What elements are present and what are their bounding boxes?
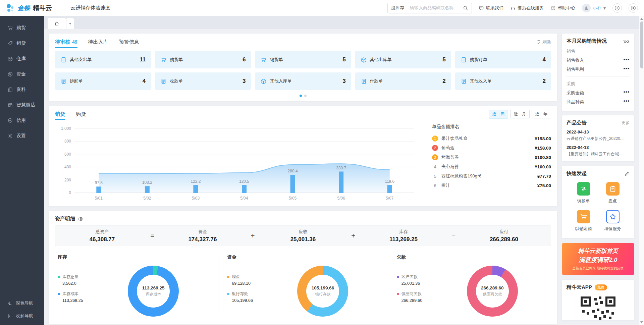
refresh-button[interactable]: 刷新: [536, 39, 551, 45]
scroll-up-arrow[interactable]: [640, 18, 643, 20]
more-link[interactable]: 更多: [622, 120, 630, 126]
quick-action-transfer[interactable]: 调拨单: [571, 182, 596, 204]
search-divider: [407, 5, 407, 11]
svg-text:1,000: 1,000: [61, 126, 71, 131]
pencil-icon[interactable]: [624, 171, 630, 176]
announcement-item[interactable]: 2022-04-13 【重要通知】精斗云工作台城...: [567, 145, 630, 157]
range-week-button[interactable]: 近一周: [489, 110, 508, 118]
todo-tile-receipt[interactable]: 收款单 3: [155, 72, 251, 90]
todo-tile-disassembly[interactable]: 拆卸单 4: [55, 72, 151, 90]
tab-warning-info[interactable]: 预警信息: [119, 34, 139, 50]
collapse-nav-button[interactable]: 收起导航: [0, 310, 44, 322]
survey-banner[interactable]: 精斗云新版首页 满意度调研2.0 全新首页已到来 期待收到您的反馈: [562, 243, 634, 275]
quick-action-value-added[interactable]: 增值服务: [600, 210, 626, 232]
masked-value: ***: [624, 90, 630, 95]
legend-item: 客户欠款 25,001.36: [397, 274, 436, 286]
tab-home[interactable]: [48, 18, 66, 29]
sidebar-item-sales[interactable]: 销货: [0, 36, 44, 51]
sidebar-item-credit[interactable]: 信用: [0, 113, 44, 128]
todo-tile-grid: 其他支出单 11 购货单 6 销货单 5: [49, 50, 557, 91]
announcement-item[interactable]: 2022-04-13 云进销存产品更新公告_20220...: [567, 129, 630, 142]
user-menu[interactable]: 小乔 ▾: [582, 4, 606, 12]
tab-dropdown-button[interactable]: ▾: [66, 18, 74, 29]
sidebar-item-data[interactable]: 资料: [0, 82, 44, 97]
announcements-title: 产品公告: [567, 120, 587, 126]
announcements-card: 产品公告 更多 2022-04-13 云进销存产品更新公告_20220... 2…: [562, 115, 634, 161]
rank-row[interactable]: 5 西红柿意粉酱190g*6 ¥77.70: [432, 171, 551, 181]
sidebar-item-purchase[interactable]: 购货: [0, 20, 44, 36]
todo-tile-purchase-request[interactable]: 购货订单 4: [455, 51, 551, 68]
eye-icon[interactable]: [78, 216, 84, 222]
sidebar-item-warehouse[interactable]: 仓库: [0, 51, 44, 66]
todo-tile-other-inbound[interactable]: 其他入库单 3: [255, 72, 351, 90]
todo-tile-purchase-order[interactable]: 购货单 6: [155, 51, 251, 68]
feedback-button[interactable]: [629, 3, 638, 13]
home-icon: [54, 21, 59, 26]
glasses-icon[interactable]: [623, 38, 630, 44]
sidebar-item-settings[interactable]: 设置: [0, 128, 44, 144]
page-dot-1[interactable]: [300, 95, 302, 97]
tab-pending-inout[interactable]: 待出入库: [88, 34, 108, 50]
tab-pending-audit[interactable]: 待审核 49: [55, 34, 77, 50]
tag-icon: [7, 41, 13, 46]
rank-row[interactable]: 3 烤海苔卷 ¥100.80: [432, 153, 551, 162]
brand-logo[interactable]: 金蝶 精斗云: [6, 4, 56, 12]
account-title: 云进销存体验账套: [70, 5, 111, 11]
range-month-button[interactable]: 近一月: [510, 110, 530, 118]
files-icon: [7, 87, 13, 93]
question-icon: [550, 5, 556, 11]
rank-row[interactable]: 1 果汁饮品礼盒 ¥198.00: [432, 134, 551, 143]
side-navigation: 购货 销货 仓库 资金 资料 智慧微店 信用 设置: [0, 16, 44, 325]
kingdee-logo-icon: [6, 4, 15, 12]
search-input[interactable]: [410, 5, 463, 10]
assets-summary-bar: 总资产 46,308.77 = 资金 174,327.76 + 应收 25,00…: [55, 225, 551, 246]
range-year-button[interactable]: 近一年: [532, 110, 551, 118]
svg-text:280.4: 280.4: [288, 169, 298, 173]
rank-number: 5: [432, 173, 438, 179]
contact-us-link[interactable]: 联系我们: [479, 5, 503, 11]
search-category-selector[interactable]: 搜库存: [391, 5, 404, 11]
tab-purchase[interactable]: 购货: [76, 106, 86, 122]
gear-icon: [7, 133, 13, 139]
back-to-old-version-button[interactable]: [612, 3, 622, 13]
rank-row[interactable]: 6 橙汁 ¥75.00: [432, 181, 551, 190]
quick-action-stocktake[interactable]: 盘点: [600, 182, 626, 204]
cart-icon: [7, 25, 13, 31]
todo-tile-payment[interactable]: 付款单 2: [355, 72, 451, 90]
todo-tile-other-income[interactable]: 其他收入单 2: [455, 72, 551, 90]
rank-row[interactable]: 4 夹心海苔 ¥100.00: [432, 162, 551, 171]
svg-text:5/02: 5/02: [143, 196, 151, 201]
sidebar-item-smart-store[interactable]: 智慧微店: [0, 97, 44, 113]
search-icon[interactable]: [463, 5, 468, 11]
quick-action-order-by-sales[interactable]: 以销定购: [571, 210, 596, 232]
page-scrollbar[interactable]: [639, 16, 644, 325]
svg-text:119.6: 119.6: [385, 179, 394, 184]
scrollbar-thumb[interactable]: [640, 21, 643, 68]
tile-pagination: [49, 91, 557, 101]
assets-detail-card: 资产明细 总资产 46,308.77 = 资金 174,327.76: [49, 211, 557, 324]
scroll-down-arrow[interactable]: [640, 321, 643, 323]
stock-search-box[interactable]: 搜库存: [387, 3, 472, 13]
receivable-block: 应收 25,001.36: [284, 229, 321, 243]
todo-tile-sales-order[interactable]: 销货单 5: [255, 51, 351, 68]
todo-tile-other-expense[interactable]: 其他支出单 11: [55, 51, 151, 68]
bronze-medal-icon: 3: [432, 154, 438, 160]
page-dot-2[interactable]: [304, 95, 307, 97]
dark-nav-toggle[interactable]: 深色导航: [0, 297, 44, 310]
gold-medal-icon: 1: [432, 136, 438, 142]
svg-text:200: 200: [64, 178, 71, 182]
after-sales-service-link[interactable]: 售后在线服务: [510, 5, 544, 11]
outbound-box-icon: [361, 57, 367, 63]
expense-doc-icon: [60, 57, 67, 63]
monthly-summary-title: 本月采购销售情况: [567, 38, 607, 44]
sidebar-item-funds[interactable]: 资金: [0, 66, 44, 82]
app-title: 精斗云APP: [567, 284, 592, 290]
todo-tile-other-outbound[interactable]: 其他出库单 5: [355, 51, 451, 68]
tab-sales[interactable]: 销货: [55, 106, 65, 122]
user-avatar: [582, 4, 591, 12]
rank-row[interactable]: 2 葡萄酒 ¥158.00: [432, 143, 551, 153]
inventory-block: 库存 113,269.25: [385, 229, 422, 243]
help-center-link[interactable]: 帮助中心: [550, 5, 575, 11]
legend-item: 供应商欠款 266,289.60: [397, 291, 436, 303]
funds-donut-section: 资金 现金 69,128.10 银行存款 105,199.66: [218, 250, 387, 319]
